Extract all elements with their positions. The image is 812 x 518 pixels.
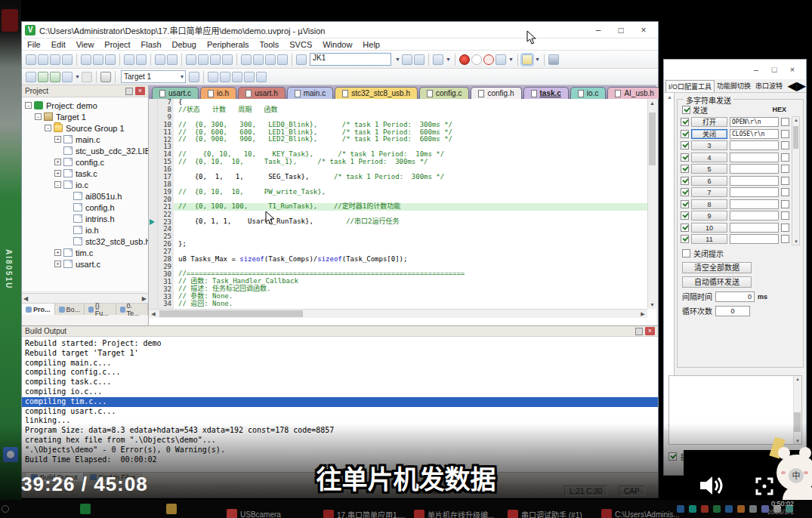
expand-icon[interactable]: + xyxy=(54,170,61,177)
panel-close-icon[interactable]: × xyxy=(135,87,145,95)
pack-installer-icon[interactable] xyxy=(232,72,242,82)
collapse-icon[interactable]: - xyxy=(25,102,32,109)
send-row-checkbox[interactable] xyxy=(681,153,689,162)
expand-icon[interactable]: + xyxy=(54,261,61,267)
tree-item-ai8051u-h[interactable]: ai8051u.h xyxy=(22,190,148,202)
editor-tab-config-h[interactable]: config.h xyxy=(471,87,521,99)
breakpoint-all-icon[interactable] xyxy=(496,54,506,65)
code-area[interactable]: 7891011121314151617181920212223242526272… xyxy=(149,99,647,309)
serial-tab-1[interactable]: 功能脚切换 xyxy=(715,80,753,91)
code-line[interactable]: //状态 计数 周期 函数 xyxy=(178,106,647,114)
hex-checkbox[interactable] xyxy=(781,177,789,185)
hex-checkbox[interactable] xyxy=(781,224,789,232)
close-prompt-checkbox[interactable] xyxy=(682,249,690,257)
target-select[interactable]: Target 1 xyxy=(121,70,186,83)
tree-item-source-group-1[interactable]: -Source Group 1 xyxy=(22,122,148,134)
editor-code-lines[interactable]: {//状态 计数 周期 函数 // {0, 300, 300, LED0_Bli… xyxy=(174,99,647,309)
scroll-right-icon[interactable]: ▶ xyxy=(797,79,806,93)
hex-checkbox[interactable] xyxy=(781,235,789,243)
send-row-checkbox[interactable] xyxy=(681,130,689,138)
send-button-7[interactable]: 7 xyxy=(691,187,727,197)
scroll-down-icon[interactable]: ▼ xyxy=(648,301,656,309)
dropdown-arrow-icon[interactable]: ▼ xyxy=(445,54,452,65)
debug-quick-icon[interactable] xyxy=(433,54,443,65)
tree-item-usart-c[interactable]: +usart.c xyxy=(22,258,148,270)
tree-item-intrins-h[interactable]: intrins.h xyxy=(22,213,148,224)
serial-tab-2[interactable]: 串口波特 xyxy=(753,80,785,91)
scroll-left-icon[interactable]: ◀ xyxy=(23,295,28,302)
stop-build-icon[interactable] xyxy=(82,72,92,82)
target-options-icon[interactable] xyxy=(189,72,199,82)
send-button-10[interactable]: 10 xyxy=(691,223,727,233)
serial-tab-0[interactable]: I/O口配置工具 xyxy=(665,80,715,92)
build-output-line[interactable]: compiling task.c... xyxy=(25,378,658,387)
auto-loop-button[interactable]: 自动循环发送 xyxy=(682,276,752,288)
uncomment-icon[interactable] xyxy=(277,54,288,65)
send-history-area[interactable]: ▲ ▼ xyxy=(668,375,802,445)
send-row-checkbox[interactable] xyxy=(681,211,689,220)
pin-icon[interactable] xyxy=(125,88,133,95)
send-row-checkbox[interactable] xyxy=(681,141,689,150)
menu-svcs[interactable]: SVCS xyxy=(284,40,317,49)
send-text-input[interactable] xyxy=(730,176,779,186)
dropdown-arrow-icon[interactable]: ▼ xyxy=(74,72,81,82)
build-output-line[interactable]: compiling config.c... xyxy=(25,368,658,378)
build-output-line[interactable]: Rebuild target 'Target 1' xyxy=(25,349,658,359)
code-line[interactable]: {0, 1, 1, SEG_Task}, /* task 1 Period: 3… xyxy=(178,174,647,181)
tree-item-config-c[interactable]: +config.c xyxy=(22,156,148,168)
editor-tab-usart-c[interactable]: usart.c xyxy=(152,87,199,99)
wrench-icon[interactable] xyxy=(548,54,559,65)
editor-tab-usart-h[interactable]: usart.h xyxy=(238,87,286,99)
code-line[interactable]: // 返回: None. xyxy=(178,301,647,308)
redo-icon[interactable] xyxy=(136,54,147,65)
indent-left-icon[interactable] xyxy=(241,54,252,65)
code-line[interactable] xyxy=(178,233,647,241)
code-line[interactable] xyxy=(178,226,647,233)
close-button[interactable]: × xyxy=(632,23,655,38)
menu-file[interactable]: File xyxy=(22,40,46,49)
window-layout-icon[interactable] xyxy=(522,54,533,65)
menu-flash[interactable]: Flash xyxy=(136,40,167,49)
flash-menu-icon[interactable] xyxy=(256,72,267,82)
send-text-input[interactable] xyxy=(730,187,779,197)
comment-icon[interactable] xyxy=(265,54,276,65)
books-icon[interactable] xyxy=(244,72,255,82)
send-button-8[interactable]: 8 xyxy=(691,199,727,209)
maximize-button[interactable]: □ xyxy=(610,23,632,38)
scroll-up-icon[interactable]: ▲ xyxy=(648,99,656,107)
tree-item-stc32-stc8-usb-h[interactable]: stc32_stc8_usb.h xyxy=(22,236,148,247)
tray-icon[interactable] xyxy=(689,505,696,513)
scroll-left-icon[interactable]: ◀ xyxy=(787,79,796,93)
project-panel-tab[interactable]: 0. Te... xyxy=(116,304,148,315)
close-button[interactable]: × xyxy=(783,63,801,76)
undo-icon[interactable] xyxy=(124,54,134,65)
send-button-6[interactable]: 6 xyxy=(691,176,727,186)
rebuild-icon[interactable] xyxy=(50,72,60,82)
serial-titlebar[interactable]: – □ × xyxy=(664,60,806,79)
send-button-3[interactable]: 3 xyxy=(691,140,727,150)
hex-checkbox[interactable] xyxy=(781,211,789,220)
tray-wechat-icon[interactable] xyxy=(80,504,91,514)
new-file-icon[interactable] xyxy=(26,54,36,65)
translate-icon[interactable] xyxy=(26,72,36,82)
taskbar-item-serial-assistant[interactable]: 串口调试助手 (#1) xyxy=(508,509,582,518)
code-line[interactable]: // {0, 900, 900, LED2_Blink}, /* task 1 … xyxy=(178,136,647,143)
save-icon[interactable] xyxy=(50,54,60,65)
tray-icon[interactable] xyxy=(677,505,684,513)
editor-tab-config-c[interactable]: config.c xyxy=(419,87,469,99)
build-output-text[interactable]: Rebuild started: Project: demoRebuild ta… xyxy=(22,337,658,472)
history-scrollbar[interactable]: ▲ ▼ xyxy=(793,376,801,444)
taskbar-item-mcu-isp-tool[interactable]: 单片机在线升级编... xyxy=(414,509,494,518)
bookmark-toggle-icon[interactable] xyxy=(186,54,196,65)
code-line[interactable]: u8 Tasks_Max = sizeof(Task_Comps)/sizeof… xyxy=(178,256,647,264)
tree-item-config-h[interactable]: config.h xyxy=(22,202,148,213)
send-text-input[interactable] xyxy=(730,211,779,220)
hex-checkbox[interactable] xyxy=(781,141,789,150)
build-output-line[interactable]: compiling usart.c... xyxy=(25,407,658,417)
send-button-打开[interactable]: 打开 xyxy=(691,117,727,127)
scroll-down-icon[interactable]: ▼ xyxy=(794,239,798,244)
editor-tab-io-c[interactable]: io.c xyxy=(570,87,607,99)
tray-icon[interactable] xyxy=(713,505,721,513)
tree-item-tim-c[interactable]: +tim.c xyxy=(22,247,148,258)
tree-item-target-1[interactable]: -Target 1 xyxy=(22,111,148,122)
